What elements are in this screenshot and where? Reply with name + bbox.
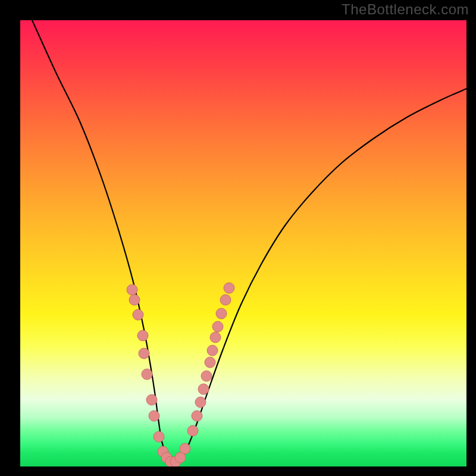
curve-svg: [20, 20, 466, 466]
data-marker: [127, 284, 137, 295]
data-marker: [201, 371, 212, 381]
curve-markers: [127, 283, 234, 466]
data-marker: [224, 283, 234, 293]
data-marker: [154, 431, 164, 442]
data-marker: [212, 321, 223, 332]
data-marker: [195, 397, 206, 408]
bottleneck-curve: [32, 20, 466, 464]
data-marker: [205, 357, 215, 368]
data-marker: [198, 384, 209, 394]
data-marker: [216, 308, 227, 319]
data-marker: [149, 411, 159, 421]
plot-area: [20, 20, 466, 466]
data-marker: [133, 309, 143, 320]
data-marker: [187, 425, 198, 436]
data-marker: [146, 394, 157, 405]
data-marker: [220, 295, 231, 305]
data-marker: [180, 443, 190, 454]
data-marker: [142, 369, 152, 380]
data-marker: [210, 332, 221, 343]
data-marker: [192, 411, 202, 421]
watermark-label: TheBottleneck.com: [342, 1, 469, 18]
data-marker: [129, 295, 140, 305]
data-marker: [207, 345, 218, 356]
chart-frame: TheBottleneck.com: [0, 0, 476, 476]
data-marker: [139, 348, 149, 359]
data-marker: [137, 330, 148, 341]
